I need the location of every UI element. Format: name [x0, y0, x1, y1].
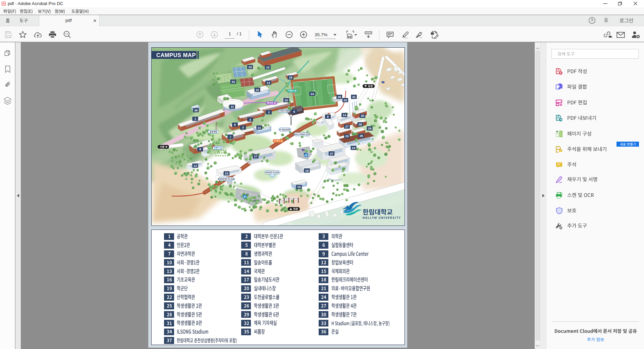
svg-text:26: 26	[360, 134, 363, 138]
svg-text:8: 8	[200, 148, 201, 151]
svg-text:31: 31	[352, 95, 356, 99]
svg-text:27: 27	[345, 125, 349, 129]
svg-text:18: 18	[305, 169, 309, 172]
svg-text:30: 30	[361, 114, 364, 118]
svg-text:3: 3	[242, 126, 244, 130]
svg-text:21: 21	[258, 126, 261, 130]
svg-text:4: 4	[250, 118, 252, 121]
svg-text:37: 37	[330, 152, 333, 155]
svg-text:7: 7	[230, 135, 231, 139]
svg-text:25: 25	[345, 135, 349, 138]
svg-text:24: 24	[352, 146, 356, 150]
svg-text:P: P	[244, 195, 246, 199]
svg-text:9: 9	[327, 115, 329, 118]
svg-text:19: 19	[289, 76, 292, 80]
svg-text:6: 6	[234, 123, 236, 127]
svg-text:12: 12	[194, 164, 197, 167]
svg-text:22: 22	[256, 88, 259, 92]
svg-text:35: 35	[338, 95, 341, 99]
svg-text:?: ?	[591, 18, 593, 23]
svg-text:20: 20	[344, 99, 347, 102]
svg-text:23: 23	[225, 172, 228, 175]
svg-text:17: 17	[254, 155, 257, 158]
svg-text:33: 33	[232, 80, 235, 84]
svg-text:10: 10	[266, 66, 270, 69]
svg-text:11: 11	[231, 105, 234, 109]
svg-text:16: 16	[249, 65, 252, 69]
svg-text:14: 14	[343, 114, 346, 117]
svg-text:36: 36	[194, 109, 198, 112]
svg-text:13: 13	[267, 81, 270, 85]
svg-text:1: 1	[195, 117, 196, 121]
svg-text:28: 28	[359, 123, 362, 126]
svg-text:P: P	[305, 154, 307, 157]
svg-text:34: 34	[311, 92, 314, 96]
svg-text:5: 5	[293, 110, 295, 113]
svg-text:32: 32	[285, 99, 288, 102]
svg-text:29: 29	[368, 127, 371, 130]
svg-text:15: 15	[297, 186, 301, 189]
svg-text:CAMPUS MAP: CAMPUS MAP	[156, 52, 196, 58]
svg-text:2: 2	[268, 111, 270, 114]
